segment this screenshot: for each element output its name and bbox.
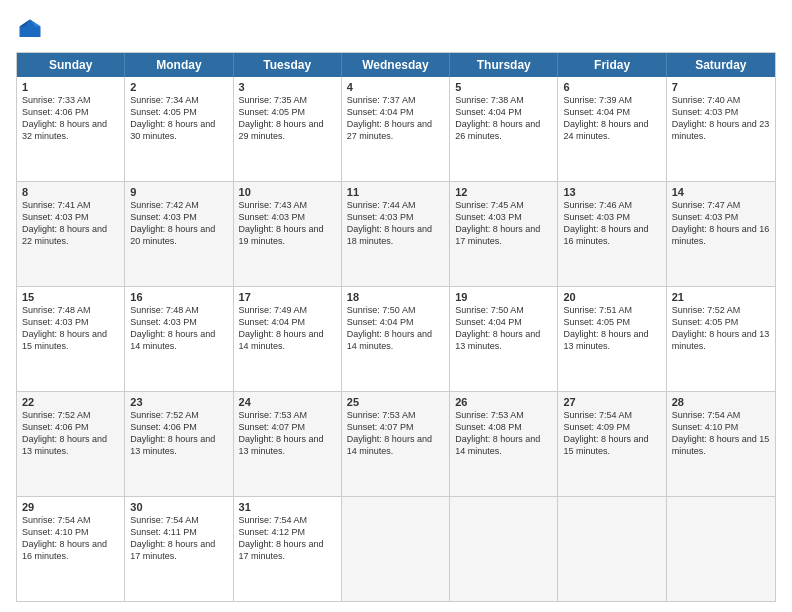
day-number: 14	[672, 186, 770, 198]
day-number: 19	[455, 291, 552, 303]
day-number: 23	[130, 396, 227, 408]
svg-marker-0	[20, 20, 41, 38]
day-cell-24: 24 Sunrise: 7:53 AMSunset: 4:07 PMDaylig…	[234, 392, 342, 496]
day-number: 15	[22, 291, 119, 303]
day-number: 16	[130, 291, 227, 303]
cell-info: Sunrise: 7:49 AMSunset: 4:04 PMDaylight:…	[239, 305, 324, 351]
day-number: 2	[130, 81, 227, 93]
day-number: 11	[347, 186, 444, 198]
logo	[16, 16, 48, 44]
cell-info: Sunrise: 7:38 AMSunset: 4:04 PMDaylight:…	[455, 95, 540, 141]
day-number: 6	[563, 81, 660, 93]
cell-info: Sunrise: 7:52 AMSunset: 4:06 PMDaylight:…	[130, 410, 215, 456]
day-number: 10	[239, 186, 336, 198]
cell-info: Sunrise: 7:34 AMSunset: 4:05 PMDaylight:…	[130, 95, 215, 141]
day-number: 1	[22, 81, 119, 93]
day-number: 18	[347, 291, 444, 303]
day-number: 9	[130, 186, 227, 198]
day-header-monday: Monday	[125, 53, 233, 77]
day-header-sunday: Sunday	[17, 53, 125, 77]
day-cell-20: 20 Sunrise: 7:51 AMSunset: 4:05 PMDaylig…	[558, 287, 666, 391]
day-cell-3: 3 Sunrise: 7:35 AMSunset: 4:05 PMDayligh…	[234, 77, 342, 181]
calendar-week-3: 15 Sunrise: 7:48 AMSunset: 4:03 PMDaylig…	[17, 286, 775, 391]
cell-info: Sunrise: 7:48 AMSunset: 4:03 PMDaylight:…	[130, 305, 215, 351]
calendar-header: SundayMondayTuesdayWednesdayThursdayFrid…	[17, 53, 775, 77]
day-number: 13	[563, 186, 660, 198]
day-cell-1: 1 Sunrise: 7:33 AMSunset: 4:06 PMDayligh…	[17, 77, 125, 181]
day-cell-19: 19 Sunrise: 7:50 AMSunset: 4:04 PMDaylig…	[450, 287, 558, 391]
calendar-week-2: 8 Sunrise: 7:41 AMSunset: 4:03 PMDayligh…	[17, 181, 775, 286]
empty-cell	[450, 497, 558, 601]
day-header-saturday: Saturday	[667, 53, 775, 77]
empty-cell	[558, 497, 666, 601]
day-cell-23: 23 Sunrise: 7:52 AMSunset: 4:06 PMDaylig…	[125, 392, 233, 496]
day-cell-30: 30 Sunrise: 7:54 AMSunset: 4:11 PMDaylig…	[125, 497, 233, 601]
cell-info: Sunrise: 7:52 AMSunset: 4:05 PMDaylight:…	[672, 305, 770, 351]
day-header-friday: Friday	[558, 53, 666, 77]
cell-info: Sunrise: 7:48 AMSunset: 4:03 PMDaylight:…	[22, 305, 107, 351]
calendar-body: 1 Sunrise: 7:33 AMSunset: 4:06 PMDayligh…	[17, 77, 775, 601]
cell-info: Sunrise: 7:53 AMSunset: 4:07 PMDaylight:…	[239, 410, 324, 456]
cell-info: Sunrise: 7:52 AMSunset: 4:06 PMDaylight:…	[22, 410, 107, 456]
day-number: 30	[130, 501, 227, 513]
day-number: 25	[347, 396, 444, 408]
day-cell-29: 29 Sunrise: 7:54 AMSunset: 4:10 PMDaylig…	[17, 497, 125, 601]
day-cell-31: 31 Sunrise: 7:54 AMSunset: 4:12 PMDaylig…	[234, 497, 342, 601]
day-cell-28: 28 Sunrise: 7:54 AMSunset: 4:10 PMDaylig…	[667, 392, 775, 496]
day-cell-7: 7 Sunrise: 7:40 AMSunset: 4:03 PMDayligh…	[667, 77, 775, 181]
cell-info: Sunrise: 7:47 AMSunset: 4:03 PMDaylight:…	[672, 200, 770, 246]
day-header-thursday: Thursday	[450, 53, 558, 77]
day-cell-10: 10 Sunrise: 7:43 AMSunset: 4:03 PMDaylig…	[234, 182, 342, 286]
calendar-week-4: 22 Sunrise: 7:52 AMSunset: 4:06 PMDaylig…	[17, 391, 775, 496]
page: SundayMondayTuesdayWednesdayThursdayFrid…	[0, 0, 792, 612]
cell-info: Sunrise: 7:50 AMSunset: 4:04 PMDaylight:…	[455, 305, 540, 351]
day-number: 26	[455, 396, 552, 408]
day-cell-9: 9 Sunrise: 7:42 AMSunset: 4:03 PMDayligh…	[125, 182, 233, 286]
day-cell-13: 13 Sunrise: 7:46 AMSunset: 4:03 PMDaylig…	[558, 182, 666, 286]
cell-info: Sunrise: 7:46 AMSunset: 4:03 PMDaylight:…	[563, 200, 648, 246]
cell-info: Sunrise: 7:54 AMSunset: 4:11 PMDaylight:…	[130, 515, 215, 561]
calendar-week-5: 29 Sunrise: 7:54 AMSunset: 4:10 PMDaylig…	[17, 496, 775, 601]
cell-info: Sunrise: 7:35 AMSunset: 4:05 PMDaylight:…	[239, 95, 324, 141]
cell-info: Sunrise: 7:43 AMSunset: 4:03 PMDaylight:…	[239, 200, 324, 246]
empty-cell	[667, 497, 775, 601]
day-cell-8: 8 Sunrise: 7:41 AMSunset: 4:03 PMDayligh…	[17, 182, 125, 286]
cell-info: Sunrise: 7:54 AMSunset: 4:10 PMDaylight:…	[22, 515, 107, 561]
cell-info: Sunrise: 7:41 AMSunset: 4:03 PMDaylight:…	[22, 200, 107, 246]
day-cell-6: 6 Sunrise: 7:39 AMSunset: 4:04 PMDayligh…	[558, 77, 666, 181]
header	[16, 16, 776, 44]
day-cell-11: 11 Sunrise: 7:44 AMSunset: 4:03 PMDaylig…	[342, 182, 450, 286]
cell-info: Sunrise: 7:54 AMSunset: 4:10 PMDaylight:…	[672, 410, 770, 456]
day-number: 7	[672, 81, 770, 93]
cell-info: Sunrise: 7:39 AMSunset: 4:04 PMDaylight:…	[563, 95, 648, 141]
day-number: 20	[563, 291, 660, 303]
day-cell-22: 22 Sunrise: 7:52 AMSunset: 4:06 PMDaylig…	[17, 392, 125, 496]
cell-info: Sunrise: 7:42 AMSunset: 4:03 PMDaylight:…	[130, 200, 215, 246]
calendar: SundayMondayTuesdayWednesdayThursdayFrid…	[16, 52, 776, 602]
day-number: 21	[672, 291, 770, 303]
day-number: 5	[455, 81, 552, 93]
day-number: 17	[239, 291, 336, 303]
day-cell-15: 15 Sunrise: 7:48 AMSunset: 4:03 PMDaylig…	[17, 287, 125, 391]
cell-info: Sunrise: 7:51 AMSunset: 4:05 PMDaylight:…	[563, 305, 648, 351]
cell-info: Sunrise: 7:45 AMSunset: 4:03 PMDaylight:…	[455, 200, 540, 246]
day-number: 3	[239, 81, 336, 93]
day-number: 8	[22, 186, 119, 198]
day-number: 12	[455, 186, 552, 198]
day-header-tuesday: Tuesday	[234, 53, 342, 77]
day-number: 24	[239, 396, 336, 408]
day-cell-14: 14 Sunrise: 7:47 AMSunset: 4:03 PMDaylig…	[667, 182, 775, 286]
logo-icon	[16, 16, 44, 44]
cell-info: Sunrise: 7:33 AMSunset: 4:06 PMDaylight:…	[22, 95, 107, 141]
cell-info: Sunrise: 7:44 AMSunset: 4:03 PMDaylight:…	[347, 200, 432, 246]
day-number: 31	[239, 501, 336, 513]
cell-info: Sunrise: 7:40 AMSunset: 4:03 PMDaylight:…	[672, 95, 770, 141]
day-number: 4	[347, 81, 444, 93]
day-cell-18: 18 Sunrise: 7:50 AMSunset: 4:04 PMDaylig…	[342, 287, 450, 391]
day-cell-17: 17 Sunrise: 7:49 AMSunset: 4:04 PMDaylig…	[234, 287, 342, 391]
day-cell-26: 26 Sunrise: 7:53 AMSunset: 4:08 PMDaylig…	[450, 392, 558, 496]
day-number: 28	[672, 396, 770, 408]
day-cell-21: 21 Sunrise: 7:52 AMSunset: 4:05 PMDaylig…	[667, 287, 775, 391]
cell-info: Sunrise: 7:53 AMSunset: 4:07 PMDaylight:…	[347, 410, 432, 456]
cell-info: Sunrise: 7:54 AMSunset: 4:09 PMDaylight:…	[563, 410, 648, 456]
